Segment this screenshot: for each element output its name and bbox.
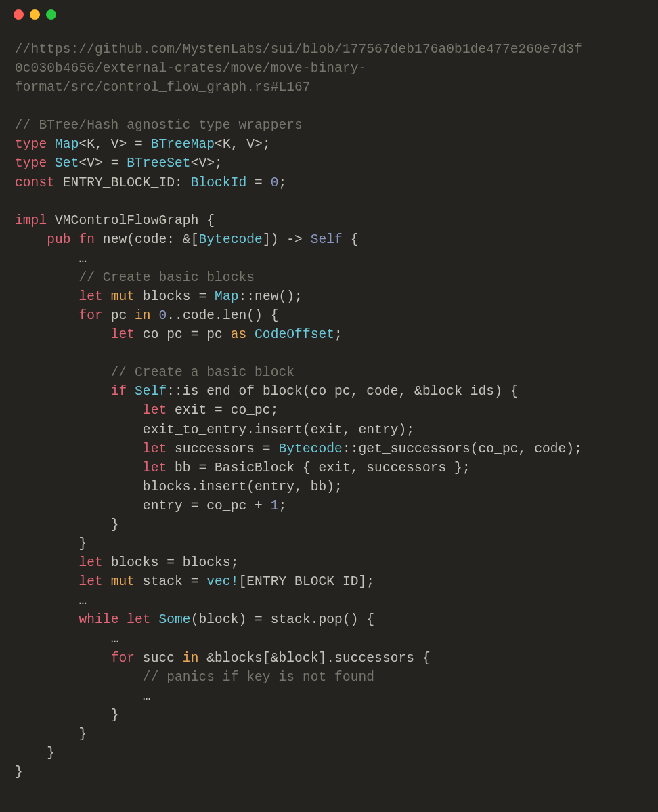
blocks-rebind: blocks = blocks;: [103, 555, 239, 570]
let-kw-4: let: [143, 442, 167, 456]
map-new-call: ::new();: [238, 289, 302, 304]
zero-2: 0: [158, 308, 167, 323]
while-cond: (block) = stack.pop() {: [191, 612, 374, 627]
vec-macro: vec!: [206, 574, 238, 589]
codeoffset-type: CodeOffset: [246, 327, 334, 342]
brace-close-2: }: [79, 536, 87, 551]
titlebar: [0, 0, 658, 20]
map-type: Map: [55, 137, 79, 152]
brace-close-6: }: [15, 765, 23, 779]
while-kw: while: [79, 612, 118, 627]
let-kw-6: let: [79, 555, 102, 570]
let-kw: let: [79, 289, 102, 304]
exit-insert: exit_to_entry.insert(exit, entry);: [143, 423, 414, 437]
fn-sig-1: new(code: &[: [95, 232, 198, 247]
succ-iter: &blocks[&block].successors {: [198, 651, 430, 666]
stack-decl: stack =: [135, 574, 206, 589]
semi: ;: [279, 175, 287, 190]
let-kw-8: let: [127, 612, 150, 627]
brace-close-5: }: [47, 746, 55, 761]
code-content: //https://github.com/MystenLabs/sui/blob…: [0, 20, 658, 796]
comment-url-3: format/src/control_flow_graph.rs#L167: [15, 80, 311, 95]
let-kw-3: let: [143, 403, 167, 418]
type-keyword: type: [15, 137, 47, 152]
semi-2: ;: [334, 327, 343, 342]
eq: =: [246, 175, 270, 190]
blocks-decl: blocks =: [135, 289, 215, 304]
succ-var: succ: [135, 651, 183, 666]
brace-close-4: }: [79, 727, 87, 742]
for-kw-2: for: [111, 651, 135, 666]
set-tail: <V>;: [191, 156, 223, 171]
get-succ-call: ::get_successors(co_pc, code);: [343, 442, 582, 456]
let-kw-2: let: [111, 327, 135, 342]
in-kw-2: in: [183, 651, 199, 666]
semi-3: ;: [279, 498, 287, 513]
let-kw-7: let: [79, 574, 102, 589]
set-type: Set: [55, 156, 79, 171]
comment-create-block: // Create a basic block: [111, 365, 294, 380]
type-keyword-2: type: [15, 156, 47, 171]
bytecode-type-2: Bytecode: [278, 442, 342, 456]
code-window: //https://github.com/MystenLabs/sui/blob…: [0, 0, 658, 812]
brace: {: [343, 232, 359, 247]
comment-create-blocks: // Create basic blocks: [79, 270, 255, 285]
bytecode-type: Bytecode: [198, 232, 262, 247]
as-kw: as: [231, 327, 247, 342]
ellipsis-1: …: [79, 251, 87, 266]
for-kw: for: [79, 308, 102, 323]
ellipsis-3: …: [111, 631, 119, 646]
in-kw: in: [135, 308, 151, 323]
btreeset-type: BTreeSet: [127, 156, 190, 171]
impl-keyword: impl: [15, 213, 47, 228]
co-pc-decl: co_pc = pc: [135, 327, 231, 342]
entry-assign: entry = co_pc +: [143, 498, 271, 513]
set-generics: <V> =: [79, 156, 127, 171]
mut-kw: mut: [111, 289, 135, 304]
const-name: ENTRY_BLOCK_ID:: [55, 175, 191, 190]
ellipsis-4: …: [143, 689, 151, 704]
pc-var: pc: [103, 308, 135, 323]
let-kw-5: let: [143, 461, 167, 475]
pub-keyword: pub: [47, 232, 70, 247]
stack-init: [ENTRY_BLOCK_ID];: [238, 574, 374, 589]
mut-kw-2: mut: [111, 574, 135, 589]
ellipsis-2: …: [79, 593, 87, 608]
exit-decl: exit = co_pc;: [167, 403, 278, 418]
comment-url-2: 0c030b4656/external-crates/move/move-bin…: [15, 61, 366, 76]
self-type: Self: [135, 384, 167, 399]
fn-sig-2: ]) ->: [263, 232, 311, 247]
blockid-type: BlockId: [191, 175, 247, 190]
impl-type: VMControlFlowGraph {: [47, 213, 215, 228]
zero-literal: 0: [271, 175, 279, 190]
some-type: Some: [158, 612, 190, 627]
brace-close-3: }: [111, 708, 119, 723]
bb-decl: bb = BasicBlock { exit, successors };: [167, 461, 470, 475]
maximize-icon[interactable]: [46, 9, 56, 20]
minimize-icon[interactable]: [30, 9, 40, 20]
fn-keyword: fn: [79, 232, 95, 247]
comment-wrappers: // BTree/Hash agnostic type wrappers: [15, 118, 303, 133]
one-literal: 1: [271, 498, 279, 513]
comment-panic: // panics if key is not found: [143, 670, 374, 685]
self-return: Self: [311, 232, 343, 247]
close-icon[interactable]: [14, 9, 24, 20]
map-tail: <K, V>;: [215, 137, 271, 152]
btreemap-type: BTreeMap: [151, 137, 215, 152]
succ-decl: successors =: [167, 442, 278, 456]
range-expr: ..code.len() {: [167, 308, 278, 323]
if-kw: if: [111, 384, 127, 399]
comment-url-1: //https://github.com/MystenLabs/sui/blob…: [15, 42, 582, 57]
const-keyword: const: [15, 175, 55, 190]
space: [151, 308, 159, 323]
is-end-call: ::is_end_of_block(co_pc, code, &block_id…: [167, 384, 518, 399]
brace-close-1: }: [111, 517, 119, 532]
blocks-insert: blocks.insert(entry, bb);: [143, 479, 343, 494]
map-ctor: Map: [215, 289, 238, 304]
map-generics: <K, V> =: [79, 137, 150, 152]
